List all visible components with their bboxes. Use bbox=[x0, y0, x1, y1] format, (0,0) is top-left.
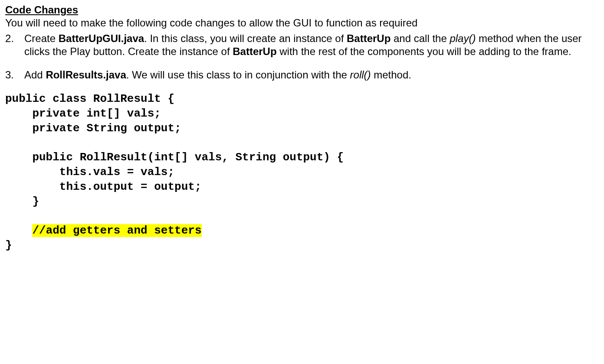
txt-bold: BatterUpGUI.java bbox=[59, 32, 144, 44]
section-heading: Code Changes bbox=[5, 3, 599, 16]
txt: and call the bbox=[391, 32, 450, 44]
code-line: } bbox=[5, 239, 12, 252]
list-body: Add RollResults.java. We will use this c… bbox=[24, 68, 599, 81]
intro-text: You will need to make the following code… bbox=[5, 16, 599, 29]
txt-italic: roll() bbox=[350, 69, 371, 81]
code-line: this.vals = vals; bbox=[5, 166, 174, 179]
txt: method. bbox=[371, 69, 411, 81]
txt-bold: BatterUp bbox=[347, 32, 391, 44]
txt: . We will use this class to in conjuncti… bbox=[126, 69, 350, 81]
list-item: 2. Create BatterUpGUI.java. In this clas… bbox=[5, 32, 599, 58]
txt: with the rest of the components you will… bbox=[277, 46, 571, 57]
code-line: } bbox=[5, 195, 39, 208]
code-line: this.output = output; bbox=[5, 180, 201, 193]
list-number: 2. bbox=[5, 32, 24, 58]
txt: Add bbox=[24, 69, 46, 81]
txt-bold: BatterUp bbox=[233, 46, 276, 57]
txt-bold: RollResults.java bbox=[46, 69, 126, 81]
list-number: 3. bbox=[5, 68, 24, 81]
txt-italic: play() bbox=[450, 32, 476, 44]
code-line: public RollResult(int[] vals, String out… bbox=[5, 151, 344, 164]
code-line: private int[] vals; bbox=[5, 107, 161, 120]
code-block: public class RollResult { private int[] … bbox=[5, 92, 599, 253]
txt: Create bbox=[24, 32, 59, 44]
code-line-prefix bbox=[5, 224, 32, 237]
code-line-highlight: //add getters and setters bbox=[32, 224, 201, 237]
code-line: public class RollResult { bbox=[5, 92, 174, 105]
code-line: private String output; bbox=[5, 122, 181, 135]
txt: . In this class, you will create an inst… bbox=[144, 32, 347, 44]
instruction-list: 2. Create BatterUpGUI.java. In this clas… bbox=[5, 32, 599, 81]
list-body: Create BatterUpGUI.java. In this class, … bbox=[24, 32, 599, 58]
list-item: 3. Add RollResults.java. We will use thi… bbox=[5, 68, 599, 81]
